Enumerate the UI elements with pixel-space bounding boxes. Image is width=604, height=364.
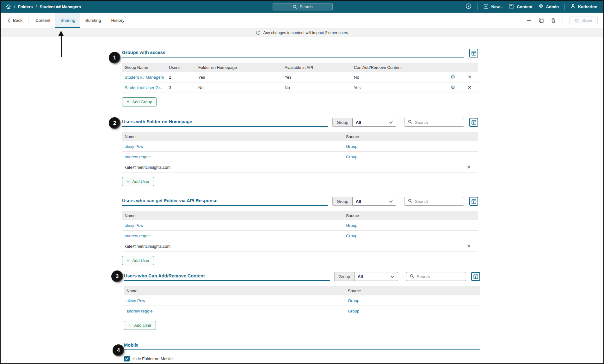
nav-new[interactable]: New... [483,3,503,10]
section-search-input[interactable] [415,120,456,125]
chevron-down-icon [389,120,393,125]
home-icon[interactable] [6,4,11,9]
hide-folder-on-mobile-checkbox[interactable] [124,356,130,361]
callout-badge-1: 1 [109,52,120,64]
section-search [404,118,464,127]
add-user-button[interactable]: +Add User [122,256,154,265]
section-header: Users who can get Folder via API Respons… [122,197,478,206]
table-row: Student ## User Gr...3NoNoYes⚙✕ [122,82,478,93]
nav-katherine[interactable]: Katherine [570,3,597,10]
nav-admin[interactable]: Admin [538,3,559,10]
save-button[interactable]: Save [569,16,598,25]
group-filter-label: Group [334,272,354,281]
copy-icon[interactable] [538,17,544,23]
top-nav: New...ContentAdminKatherine [465,3,603,10]
breadcrumb-separator: / [36,4,37,9]
column-header: Name [122,134,346,139]
tab-history[interactable]: History [106,13,129,28]
add-button-label: Add User [132,258,149,263]
group-name-link[interactable]: Student ## User Gr... [122,85,169,90]
save-icon [575,18,580,23]
row-settings-gear-icon[interactable]: ⚙ [445,85,461,90]
add-group-button[interactable]: +Add Group [122,97,157,106]
row-remove-icon[interactable]: ✕ [459,243,478,249]
group-name-link[interactable]: Student ## Managers [122,75,169,80]
user-name-link[interactable]: alexy Pow [122,144,346,149]
source-link[interactable]: Group [346,234,459,238]
tab-bursting[interactable]: Bursting [80,13,106,28]
nav-explore-icon[interactable] [465,3,471,10]
tab-content[interactable]: Content [30,13,55,28]
column-settings-button[interactable] [471,272,480,281]
user-icon [570,3,576,10]
column-settings-button[interactable] [469,49,478,58]
source-link[interactable]: Group [348,298,461,303]
row-remove-icon[interactable]: ✕ [461,74,478,80]
main-content: Groups with accessGroup NameUsersFolder … [1,37,603,361]
search-icon [410,274,414,280]
source-link[interactable]: Group [346,144,459,149]
source-link[interactable]: Group [346,155,459,159]
section-groups-with-access: Groups with accessGroup NameUsersFolder … [122,49,478,106]
notice-bar: Any changes to content will impact 2 oth… [1,28,603,37]
section-search-input[interactable] [415,199,456,204]
group-filter-value: All [356,120,361,125]
column-header: Group Name [122,65,169,70]
cell-value: Yes [198,75,285,80]
group-filter-select[interactable]: All [352,197,396,206]
section-header: Mobile [124,341,480,350]
plus-icon: + [128,323,131,328]
cell-value: No [285,85,354,90]
global-search[interactable]: Search [273,3,333,10]
cell-value: 2 [169,75,198,80]
table-row: alexy PowGroup [124,295,480,306]
column-settings-button[interactable] [469,197,478,206]
table-row: kate@metricinsights.com✕ [122,162,478,173]
filter-controls: GroupAll [332,197,464,206]
delete-icon[interactable] [551,17,556,23]
notice-text: Any changes to content will impact 2 oth… [263,31,348,35]
tabs: ContentSharingBurstingHistory [30,13,129,28]
checkbox-label: Hide Folder on Mobile [133,356,173,361]
user-name-link[interactable]: alexy Pow [124,298,348,303]
user-name: kate@metricinsights.com [122,244,346,249]
user-name-link[interactable]: andrew reggie [124,309,348,313]
section-table: NameSourcealexy PowGroupandrew reggieGro… [124,286,480,316]
section-title: Users who Can Add/Remove Content [124,273,205,280]
user-name-link[interactable]: andrew reggie [122,234,346,238]
nav-content[interactable]: Content [508,3,532,10]
source-link[interactable]: Group [346,223,459,228]
add-user-button[interactable]: +Add User [124,321,156,330]
section-search [406,272,466,281]
row-remove-icon[interactable]: ✕ [461,85,478,90]
source-link[interactable]: Group [348,309,461,313]
back-button[interactable]: Back [1,13,28,28]
add-icon[interactable] [526,18,532,23]
row-remove-icon[interactable]: ✕ [459,164,478,170]
tab-bar: Back ContentSharingBurstingHistory Save [1,13,603,28]
nav-label: Content [517,4,532,9]
column-settings-button[interactable] [469,118,478,127]
add-user-button[interactable]: +Add User [122,177,154,186]
section-search-input[interactable] [417,274,458,279]
back-label: Back [13,18,22,23]
new-icon [483,3,489,10]
group-filter-select[interactable]: All [354,272,398,281]
breadcrumb-folders[interactable]: Folders [18,4,33,9]
column-header: Folder on Homepage [198,65,285,70]
section-header: Users who Can Add/Remove ContentGroupAll [124,272,480,281]
row-settings-gear-icon[interactable]: ⚙ [445,75,461,80]
cell-value: No [198,85,285,90]
group-filter-select[interactable]: All [352,118,396,127]
tab-sharing[interactable]: Sharing [55,13,80,28]
table-row: Student ## Managers2YesYesNo⚙✕ [122,72,478,82]
user-name-link[interactable]: alexy Pow [122,223,346,228]
group-filter-label: Group [332,197,352,206]
section-users-with-folder-on-homepage: Users with Folder on HomepageGroupAllNam… [122,118,478,186]
user-name-link[interactable]: andrew reggie [122,155,346,159]
table-row: kate@metricinsights.com✕ [122,241,478,252]
add-button-label: Add User [132,179,149,184]
column-header: Source [346,134,459,139]
section-title: Users who can get Folder via API Respons… [122,198,218,205]
column-header: Name [124,288,348,293]
